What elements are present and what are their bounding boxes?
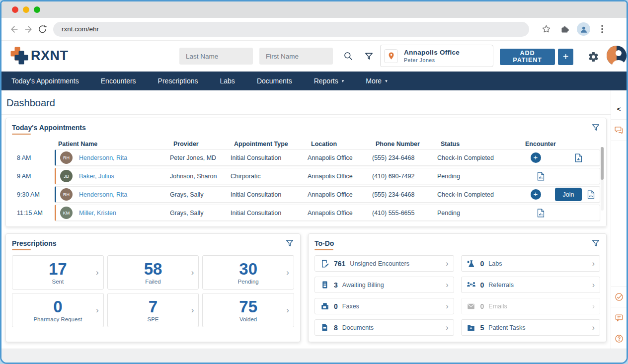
todo-item-documents[interactable]: 8 Documents › — [314, 319, 454, 336]
quick-add-button[interactable]: + — [558, 49, 573, 65]
nav-item-reports[interactable]: Reports ▾ — [314, 77, 344, 85]
appointment-row: 11:15 AM KM Miller, Kristen Grays, Sally… — [12, 205, 600, 221]
rxnt-logo[interactable]: RXNT — [10, 47, 69, 65]
column-header: Status — [441, 141, 525, 147]
chevron-right-icon: › — [96, 268, 99, 278]
appointment-row: 9:30 AM RH Hendersonn, Rita Grays, Sally… — [12, 186, 600, 203]
add-encounter-button[interactable]: + — [531, 189, 541, 200]
nav-item-labs[interactable]: Labs ▾ — [220, 77, 235, 85]
prescription-stat-card[interactable]: 0 Pharmacy Request › — [12, 293, 104, 327]
todo-count: 8 — [334, 324, 338, 332]
nav-item-more[interactable]: More ▾ — [366, 77, 387, 85]
chevron-right-icon: › — [96, 305, 99, 315]
todo-count: 0 — [334, 302, 338, 310]
billing-icon — [320, 281, 329, 289]
prescriptions-filter-icon[interactable] — [285, 239, 294, 250]
todo-item-faxes[interactable]: 0 Faxes › — [314, 298, 454, 314]
maximize-window-button[interactable] — [34, 6, 40, 13]
main-nav: Today's Appointments ▾ Encounters ▾ Pres… — [1, 72, 627, 90]
stat-label: SPE — [147, 316, 158, 322]
nav-item-encounters[interactable]: Encounters ▾ — [101, 77, 136, 85]
provider-cell: Grays, Sally — [170, 191, 231, 198]
browser-profile-avatar[interactable] — [577, 22, 590, 36]
prescription-stat-card[interactable]: 30 Pending › — [202, 255, 294, 290]
search-icon[interactable] — [341, 49, 355, 63]
reload-icon[interactable] — [35, 22, 49, 36]
todo-item-emails[interactable]: 0 Emails › — [461, 298, 601, 314]
appointment-type-cell: Initial Consultation — [231, 191, 308, 198]
url-bar[interactable]: rxnt.com/ehr — [53, 22, 529, 37]
prescription-stat-card[interactable]: 58 Failed › — [107, 255, 199, 290]
encounter-report-icon[interactable] — [537, 172, 550, 181]
first-name-input[interactable] — [259, 48, 333, 65]
phone-cell: (555) 234-6468 — [372, 154, 437, 161]
browser-toolbar: rxnt.com/ehr — [1, 18, 627, 41]
todo-item-awaiting-billing[interactable]: 3 Awaiting Billing › — [314, 277, 454, 293]
table-scrollbar[interactable] — [601, 147, 604, 211]
todo-item-labs[interactable]: 0 Labs › — [461, 255, 601, 272]
chevron-right-icon: › — [446, 259, 448, 268]
prescription-stat-card[interactable]: 7 SPE › — [107, 293, 199, 327]
minimize-window-button[interactable] — [23, 6, 29, 13]
encounter-report-icon[interactable] — [575, 153, 587, 162]
settings-gear-icon[interactable] — [587, 50, 600, 64]
encounter-report-icon[interactable] — [587, 190, 600, 199]
user-avatar[interactable] — [607, 46, 627, 66]
stat-value: 7 — [149, 298, 157, 315]
appointments-title: Today's Appointments — [12, 124, 86, 135]
todo-panel: To-Do 761 Unsigned Encounters › — [308, 233, 607, 342]
forward-icon[interactable] — [21, 22, 35, 36]
stat-label: Sent — [52, 279, 64, 285]
nav-item-prescriptions[interactable]: Prescriptions ▾ — [158, 77, 198, 85]
rxnt-logo-icon — [10, 47, 28, 65]
patient-filter-icon[interactable] — [362, 49, 376, 63]
todo-label: Referrals — [488, 282, 514, 289]
back-icon[interactable] — [7, 22, 21, 36]
help-icon[interactable] — [611, 328, 627, 349]
dashboard-main: Dashboard Today's Appointments Patient N… — [1, 90, 611, 349]
collapse-panel-icon[interactable]: < — [611, 98, 627, 119]
extensions-puzzle-icon[interactable] — [558, 22, 572, 36]
status-cell: Pending — [437, 173, 522, 180]
appointments-table-header: Patient NameProviderAppointment TypeLoca… — [56, 141, 600, 147]
status-cell: Pending — [437, 210, 522, 217]
location-selector[interactable]: Annapolis Office Peter Jones — [380, 45, 493, 67]
patient-name-link[interactable]: Hendersonn, Rita — [79, 191, 127, 198]
app-header: RXNT Annapolis Office Peter Jones ADD PA… — [1, 41, 627, 72]
chevron-down-icon: ▾ — [342, 78, 344, 83]
browser-menu-icon[interactable] — [595, 22, 609, 36]
last-name-input[interactable] — [179, 48, 253, 65]
prescription-stat-card[interactable]: 17 Sent › — [12, 255, 104, 290]
tasks-check-icon[interactable] — [611, 286, 627, 307]
todo-filter-icon[interactable] — [591, 239, 600, 250]
chevron-down-icon: ▾ — [385, 78, 388, 83]
utility-sidebar: < — [611, 90, 627, 349]
chat-bubbles-icon[interactable] — [611, 120, 627, 141]
flask-icon — [467, 259, 476, 268]
patient-name-link[interactable]: Baker, Julius — [79, 173, 114, 180]
patient-name-link[interactable]: Hendersonn, Rita — [79, 154, 127, 161]
nav-item-documents[interactable]: Documents ▾ — [257, 77, 292, 85]
close-window-button[interactable] — [12, 6, 18, 13]
add-patient-button[interactable]: ADD PATIENT — [500, 49, 555, 65]
prescription-stat-card[interactable]: 75 Voided › — [202, 293, 294, 327]
stat-label: Voided — [239, 316, 257, 322]
status-cell: Check-In Completed — [437, 191, 522, 198]
appointments-filter-icon[interactable] — [591, 123, 600, 134]
patient-avatar: RH — [60, 188, 73, 201]
chevron-right-icon: › — [446, 323, 448, 332]
messages-icon[interactable] — [611, 307, 627, 328]
stat-value: 17 — [49, 261, 67, 277]
bookmark-star-icon[interactable] — [539, 22, 553, 36]
nav-item-todays-appointments[interactable]: Today's Appointments ▾ — [11, 77, 79, 85]
todo-label: Patient Tasks — [488, 324, 525, 331]
todo-item-patient-tasks[interactable]: 5 Patient Tasks › — [461, 319, 601, 336]
patient-name-link[interactable]: Miller, Kristen — [79, 210, 116, 217]
encounter-report-icon[interactable] — [537, 209, 550, 218]
todo-item-unsigned-encounters[interactable]: 761 Unsigned Encounters › — [314, 255, 454, 272]
join-button[interactable]: Join — [555, 188, 582, 201]
chevron-right-icon: › — [191, 305, 194, 315]
add-encounter-button[interactable]: + — [531, 152, 541, 163]
todo-title: To-Do — [314, 239, 334, 250]
todo-item-referrals[interactable]: 0 Referrals › — [461, 277, 601, 293]
